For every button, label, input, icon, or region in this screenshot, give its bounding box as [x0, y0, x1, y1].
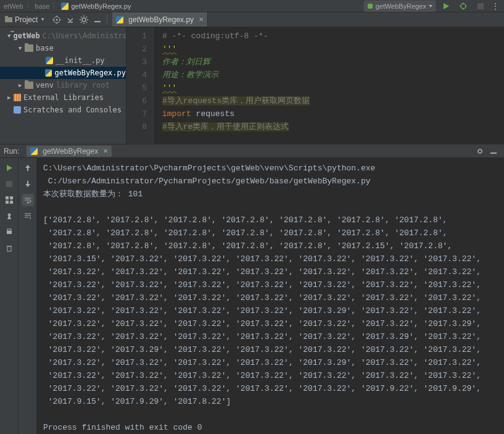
- stop-icon[interactable]: [3, 178, 15, 190]
- chevron-down-icon[interactable]: [19, 45, 25, 51]
- trash-icon[interactable]: [3, 242, 15, 254]
- tree-file-selected[interactable]: getWebByRegex.py: [0, 67, 126, 79]
- tree-label: getWebByRegex.py: [54, 69, 126, 77]
- stop-icon[interactable]: [474, 0, 487, 12]
- breadcrumb-part[interactable]: getWebByRegex.py: [71, 2, 131, 10]
- breadcrumb-part[interactable]: base: [35, 2, 50, 10]
- tree-label: __init__.py: [56, 56, 104, 65]
- hide-icon[interactable]: [487, 145, 500, 157]
- chevron-right-icon[interactable]: [7, 94, 14, 101]
- svg-rect-31: [10, 201, 13, 204]
- code-line: ''': [162, 83, 176, 93]
- line-number: 6: [126, 94, 147, 107]
- python-file-icon: [45, 69, 52, 77]
- run-tab-label: getWebByRegex: [43, 147, 98, 156]
- run-action-toolbar: [0, 158, 19, 434]
- svg-line-23: [81, 22, 82, 23]
- down-arrow-icon[interactable]: [22, 178, 34, 190]
- project-tree[interactable]: getWeb C:\Users\Administrat base __init_…: [0, 27, 126, 144]
- locate-icon[interactable]: [51, 14, 63, 26]
- run-config-name: getWebByRegex: [376, 2, 426, 10]
- code-line: 作者：刘日辉: [162, 57, 210, 67]
- svg-point-9: [56, 19, 58, 20]
- tree-file[interactable]: __init__.py: [0, 54, 126, 67]
- project-folder-icon: [5, 15, 12, 24]
- tree-label: External Libraries: [23, 93, 104, 102]
- console-exit-line: Process finished with exit code 0: [43, 423, 202, 432]
- svg-rect-32: [7, 231, 12, 234]
- chevron-down-icon: ▼: [40, 17, 45, 22]
- code-line: #导入re类库，用干使用正则表达式: [162, 122, 289, 131]
- run-config-selector[interactable]: getWebByRegex: [364, 1, 436, 12]
- run-toolwindow-header: Run: getWebByRegex ✕: [0, 144, 504, 158]
- scratch-icon: [14, 106, 21, 114]
- console-line: C:\Users\Administrator\PycharmProjects\g…: [43, 164, 375, 173]
- code-line: 用途：教学演示: [162, 70, 218, 80]
- code-line: #导入requests类库，用户获取网页数据: [162, 96, 310, 106]
- library-icon: [14, 94, 21, 101]
- line-number: 5: [126, 81, 147, 94]
- more-icon[interactable]: ⋮: [491, 1, 500, 11]
- code-line: # -*- coding:utf-8 -*-: [162, 31, 268, 41]
- line-number: 3: [126, 56, 147, 69]
- code-area[interactable]: # -*- coding:utf-8 -*- ''' 作者：刘日辉 用途：教学演…: [154, 27, 504, 144]
- main-toolbar: Project ▼ getWebByRegex.py ✕: [0, 12, 504, 27]
- python-file-icon: [46, 57, 53, 64]
- breadcrumb-bar: etWeb 〉 base 〉 getWebByRegex.py getWebBy…: [0, 0, 504, 12]
- collapse-all-icon[interactable]: [64, 14, 76, 26]
- svg-rect-7: [5, 16, 8, 17]
- svg-rect-26: [490, 152, 497, 154]
- tree-label: venv: [36, 81, 54, 90]
- code-line: ''': [162, 44, 176, 54]
- print-icon[interactable]: [3, 226, 15, 238]
- code-editor[interactable]: 1 2 3 4 5 6 7 8 # -*- coding:utf-8 -*- '…: [126, 27, 504, 144]
- tree-root[interactable]: getWeb C:\Users\Administrat: [0, 30, 126, 42]
- breadcrumb-sep-icon: 〉: [52, 1, 59, 10]
- gear-icon[interactable]: [78, 14, 90, 26]
- run-icon[interactable]: [440, 0, 452, 12]
- svg-rect-33: [7, 229, 11, 231]
- svg-point-15: [82, 18, 86, 22]
- svg-line-21: [86, 22, 88, 23]
- code-ident: requests: [191, 109, 234, 119]
- soft-wrap-icon[interactable]: [22, 194, 34, 206]
- code-keyword: import: [162, 109, 191, 119]
- python-file-icon: [61, 2, 68, 10]
- folder-icon: [25, 81, 33, 89]
- line-number: 7: [126, 107, 147, 120]
- svg-line-22: [86, 17, 88, 18]
- tree-folder[interactable]: base: [0, 42, 126, 54]
- editor-tab[interactable]: getWebByRegex.py ✕: [112, 12, 208, 27]
- chevron-right-icon[interactable]: [19, 82, 25, 88]
- svg-rect-6: [5, 17, 12, 22]
- run-tab[interactable]: getWebByRegex ✕: [27, 146, 112, 157]
- line-number: 4: [126, 69, 147, 81]
- python-file-icon: [30, 148, 38, 155]
- pin-icon[interactable]: [3, 210, 15, 222]
- line-number: 8: [126, 120, 147, 133]
- svg-rect-27: [6, 181, 12, 187]
- svg-line-20: [81, 17, 82, 18]
- run-label: Run:: [4, 147, 19, 156]
- breadcrumb-part[interactable]: etWeb: [4, 2, 23, 10]
- tree-label: Scratches and Consoles: [23, 106, 122, 114]
- project-view-dropdown[interactable]: Project ▼: [0, 12, 50, 27]
- hide-icon[interactable]: [91, 14, 104, 26]
- gear-icon[interactable]: [474, 145, 486, 157]
- layout-icon[interactable]: [3, 194, 15, 206]
- tree-folder[interactable]: venv library root: [0, 79, 126, 91]
- debug-icon[interactable]: [457, 0, 469, 12]
- tree-scratches[interactable]: Scratches and Consoles: [0, 104, 126, 116]
- console-output[interactable]: C:\Users\Administrator\PycharmProjects\g…: [37, 158, 504, 434]
- line-number: 2: [126, 43, 147, 56]
- svg-rect-29: [10, 196, 13, 199]
- rerun-icon[interactable]: [3, 162, 15, 174]
- close-icon[interactable]: ✕: [199, 16, 204, 23]
- editor-tab-label: getWebByRegex.py: [128, 15, 194, 24]
- tree-external-libraries[interactable]: External Libraries: [0, 91, 126, 104]
- close-icon[interactable]: ✕: [103, 148, 108, 154]
- up-arrow-icon[interactable]: [22, 162, 34, 174]
- scroll-to-end-icon[interactable]: [22, 210, 34, 222]
- svg-rect-28: [6, 196, 9, 199]
- chevron-down-icon[interactable]: [7, 33, 10, 39]
